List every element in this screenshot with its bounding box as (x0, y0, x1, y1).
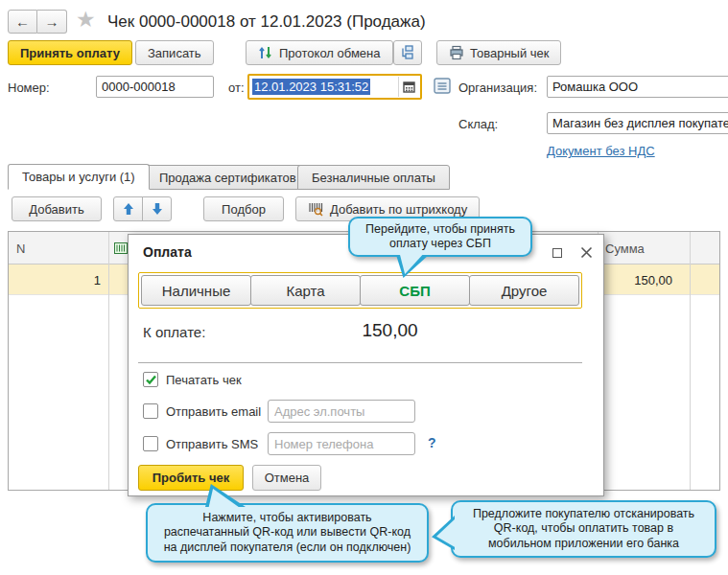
printer-icon (449, 45, 464, 60)
cancel-button[interactable]: Отмена (252, 465, 321, 491)
sms-help-link[interactable]: ? (428, 435, 436, 450)
tooltip-scan-qr: Предложите покупателю отсканировать QR-к… (451, 500, 716, 558)
accept-payment-button[interactable]: Принять оплату (8, 40, 132, 65)
arrow-down-icon (151, 202, 164, 216)
to-pay-value: 150,00 (320, 320, 459, 341)
close-icon (580, 246, 593, 259)
dialog-title: Оплата (143, 244, 192, 260)
tooltip-print-qr: Нажмите, чтобы активировать распечатанны… (146, 503, 429, 563)
to-pay-label: К оплате: (143, 324, 205, 340)
nav-group: ← → (8, 10, 67, 34)
close-button[interactable] (577, 244, 595, 260)
goods-receipt-button[interactable]: Товарный чек (436, 40, 561, 65)
tab-cashless-label: Безналичные оплаты (312, 171, 435, 185)
payment-cash-button[interactable]: Наличные (141, 275, 251, 306)
submit-check-button[interactable]: Пробить чек (138, 465, 244, 491)
favorite-star-icon[interactable]: ★ (76, 9, 96, 31)
no-vat-link[interactable]: Документ без НДС (547, 144, 655, 158)
arrow-up-icon (122, 202, 135, 216)
move-up-button[interactable] (113, 196, 143, 221)
tooltip-line: мобильном приложении его банка (488, 537, 679, 551)
barcode-icon (308, 202, 324, 217)
payment-other-button[interactable]: Другое (469, 275, 579, 306)
number-input[interactable] (96, 76, 214, 98)
payment-sbp-label: СБП (399, 283, 430, 299)
send-email-checkbox[interactable] (143, 403, 158, 419)
warehouse-label: Склад: (458, 117, 498, 131)
maximize-icon (552, 248, 562, 258)
tab-goods-services-label: Товары и услуги (1) (22, 170, 135, 184)
structure-icon (400, 45, 415, 60)
tooltip-line: распечатанный QR-код или вывести QR-код (164, 525, 411, 540)
calendar-button[interactable] (398, 77, 419, 97)
tab-cashless[interactable]: Безналичные оплаты (297, 165, 450, 190)
date-label: от: (228, 80, 245, 95)
send-email-label: Отправить email (166, 404, 261, 419)
date-selected-text: 12.01.2023 15:31:52 (252, 79, 370, 95)
tooltip-line: Нажмите, чтобы активировать (202, 511, 371, 525)
checkmark-icon (145, 374, 157, 386)
payment-card-button[interactable]: Карта (250, 275, 361, 306)
exchange-protocol-label: Протокол обмена (279, 46, 381, 60)
divider (138, 362, 582, 363)
receipt-window: ← → ★ Чек 0000-000018 от 12.01.2023 (Про… (0, 0, 728, 575)
column-header-sum[interactable]: Сумма (605, 232, 645, 264)
payment-sbp-button[interactable]: СБП (360, 275, 470, 306)
tooltip-line: QR-код, чтобы оплатить товар в (494, 521, 673, 536)
add-row-button[interactable]: Добавить (12, 196, 102, 221)
list-icon (434, 78, 451, 94)
save-button[interactable]: Записать (135, 40, 214, 65)
email-input[interactable] (268, 400, 415, 423)
send-sms-row: Отправить SMS (143, 436, 258, 451)
column-header-n[interactable]: N (16, 232, 25, 264)
page-title: Чек 0000-000018 от 12.01.2023 (Продажа) (107, 12, 426, 32)
print-check-checkbox[interactable] (143, 372, 158, 387)
forward-button[interactable]: → (37, 10, 67, 34)
exchange-arrows-icon (258, 45, 273, 60)
column-divider (108, 232, 109, 490)
back-arrow-icon: ← (15, 13, 30, 30)
maximize-button[interactable] (549, 245, 566, 261)
organization-input[interactable] (547, 76, 728, 98)
date-input[interactable]: 12.01.2023 15:31:52 (247, 74, 422, 100)
goods-receipt-label: Товарный чек (470, 46, 549, 60)
payment-cash-label: Наличные (162, 283, 231, 299)
tooltip-line: Перейдите, чтобы принять (365, 222, 515, 237)
tooltip-line: на дисплей покупателя (если он подключен… (164, 540, 411, 555)
send-email-row: Отправить email (143, 403, 261, 419)
number-label: Номер: (8, 80, 50, 95)
tab-certificates-label: Продажа сертификатов (159, 171, 296, 185)
organization-label: Организация: (458, 80, 537, 95)
warehouse-input[interactable] (547, 112, 728, 134)
payment-dialog: Оплата Наличные Карта СБП Другое К оплат… (128, 234, 604, 496)
tooltip-line: оплату через СБП (389, 237, 491, 251)
move-buttons (113, 196, 172, 221)
calendar-icon (403, 80, 415, 93)
add-by-barcode-label: Добавить по штрихкоду (330, 202, 467, 217)
exchange-protocol-button[interactable]: Протокол обмена (246, 40, 393, 65)
print-check-label: Печатать чек (166, 373, 242, 387)
pick-button[interactable]: Подбор (203, 196, 284, 221)
print-check-row: Печатать чек (143, 372, 242, 387)
back-button[interactable]: ← (8, 10, 37, 34)
send-sms-label: Отправить SMS (166, 437, 258, 451)
nomenclature-column-icon[interactable] (114, 232, 128, 264)
phone-input[interactable] (268, 432, 415, 455)
column-divider (690, 232, 691, 490)
payment-card-label: Карта (286, 283, 324, 299)
tab-certificates[interactable]: Продажа сертификатов (145, 165, 311, 190)
payment-other-label: Другое (502, 283, 548, 299)
send-sms-checkbox[interactable] (143, 436, 158, 451)
tab-goods-services[interactable]: Товары и услуги (1) (8, 164, 150, 190)
tooltip-sbp: Перейдите, чтобы принять оплату через СБ… (348, 217, 532, 257)
payment-method-group: Наличные Карта СБП Другое (138, 272, 582, 309)
tooltip-line: Предложите покупателю отсканировать (473, 507, 694, 521)
move-down-button[interactable] (142, 196, 172, 221)
history-list-button[interactable] (434, 78, 451, 94)
structure-button[interactable] (393, 40, 422, 65)
forward-arrow-icon: → (45, 13, 59, 30)
